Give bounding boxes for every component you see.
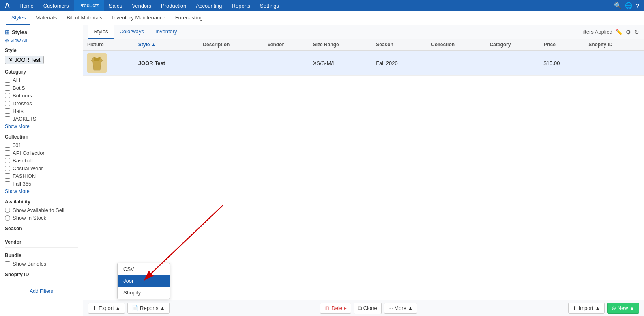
content-tabs: Styles Colorways Inventory Filters Appli… [83, 25, 644, 39]
sidebar: ⊞ Styles ⊕ View All Style ✕ JOOR Test Ca… [0, 25, 83, 316]
edit-filter-icon[interactable]: ✏️ [616, 29, 623, 35]
cell-collection [427, 51, 485, 76]
subnav-materials[interactable]: Materials [30, 11, 62, 25]
filter-tag-remove[interactable]: ✕ [9, 57, 13, 63]
collection-001[interactable]: 001 [5, 142, 78, 148]
product-thumbnail [87, 53, 107, 73]
category-bots[interactable]: Bot'S [5, 85, 78, 91]
collection-baseball[interactable]: Baseball [5, 158, 78, 164]
col-category: Category [485, 39, 539, 51]
nav-customers[interactable]: Customers [39, 0, 74, 11]
svg-point-7 [97, 66, 97, 67]
bottom-toolbar: ⬆ Export ▲ 📄 Reports ▲ 🗑 Delete ⧉ Clone [83, 300, 644, 316]
availability-instock[interactable]: Show In Stock [5, 215, 78, 221]
sidebar-title: ⊞ Styles [5, 29, 78, 35]
col-season: Season [372, 39, 427, 51]
collection-filter-group: Collection 001 API Collection Baseball C… [5, 134, 78, 194]
category-dresses[interactable]: Dresses [5, 100, 78, 106]
category-show-more[interactable]: Show More [5, 123, 78, 129]
clone-button[interactable]: ⧉ Clone [354, 303, 382, 314]
dropdown-shopify[interactable]: Shopify [118, 287, 170, 299]
bundle-filter-group: Bundle Show Bundles [5, 253, 78, 267]
sub-nav: Styles Materials Bill of Materials Inven… [0, 11, 644, 25]
svg-point-5 [97, 62, 97, 63]
settings-filter-icon[interactable]: ⚙ [626, 29, 631, 35]
style-filter-tag[interactable]: ✕ JOOR Test [5, 56, 44, 64]
refresh-icon[interactable]: ↻ [634, 29, 639, 35]
cell-price: $15.00 [540, 51, 585, 76]
col-price: Price [540, 39, 585, 51]
collection-casual[interactable]: Casual Wear [5, 165, 78, 171]
reports-button[interactable]: 📄 Reports ▲ [127, 303, 170, 314]
reports-dropdown: CSV Joor Shopify [117, 263, 170, 299]
bundle-show[interactable]: Show Bundles [5, 261, 78, 267]
view-all-link[interactable]: ⊕ View All [5, 38, 78, 43]
category-all[interactable]: ALL [5, 77, 78, 83]
nav-home[interactable]: Home [15, 0, 39, 11]
col-size-range: Size Range [309, 39, 372, 51]
season-filter-label: Season [5, 226, 78, 232]
col-style[interactable]: Style ▲ [134, 39, 199, 51]
cell-description [199, 51, 263, 76]
cell-season: Fall 2020 [372, 51, 427, 76]
subnav-forecasting[interactable]: Forecasting [170, 11, 208, 25]
category-bottoms[interactable]: Bottoms [5, 93, 78, 99]
more-button[interactable]: ··· More ▲ [384, 303, 418, 314]
shopifyid-filter-label: Shopify ID [5, 272, 78, 277]
col-vendor: Vendor [263, 39, 309, 51]
collection-api[interactable]: API Collection [5, 150, 78, 156]
vendor-filter-group: Vendor [5, 239, 78, 248]
export-button[interactable]: ⬆ Export ▲ [88, 303, 125, 314]
collection-filter-label: Collection [5, 134, 78, 140]
category-jackets[interactable]: JACKETS [5, 116, 78, 122]
globe-icon[interactable]: 🌐 [625, 2, 633, 9]
availability-filter-group: Availability Show Available to Sell Show… [5, 199, 78, 221]
cell-vendor [263, 51, 309, 76]
table-row[interactable]: JOOR Test XS/S-M/L Fall 2020 $15.00 [83, 51, 644, 76]
col-collection: Collection [427, 39, 485, 51]
nav-settings[interactable]: Settings [255, 0, 284, 11]
import-button[interactable]: ⬆ Import ▲ [568, 303, 605, 314]
top-nav: A Home Customers Products Sales Vendors … [0, 0, 644, 11]
shopifyid-filter-group: Shopify ID [5, 272, 78, 280]
collection-show-more[interactable]: Show More [5, 188, 78, 194]
col-shopify-id: Shopify ID [584, 39, 644, 51]
clone-icon: ⧉ [358, 305, 362, 312]
nav-vendors[interactable]: Vendors [127, 0, 156, 11]
search-icon[interactable]: 🔍 [614, 2, 622, 9]
subnav-styles[interactable]: Styles [6, 11, 30, 25]
dropdown-joor[interactable]: Joor [118, 275, 170, 287]
collection-fall365[interactable]: Fall 365 [5, 181, 78, 187]
col-description: Description [199, 39, 263, 51]
tab-colorways[interactable]: Colorways [114, 25, 150, 39]
import-icon: ⬆ [573, 305, 577, 311]
nav-production[interactable]: Production [156, 0, 191, 11]
collection-fashion[interactable]: FASHION [5, 173, 78, 179]
delete-button[interactable]: 🗑 Delete [320, 303, 351, 314]
nav-accounting[interactable]: Accounting [191, 0, 227, 11]
tab-inventory[interactable]: Inventory [150, 25, 182, 39]
tab-styles[interactable]: Styles [88, 25, 114, 39]
filters-applied: Filters Applied ✏️ ⚙ ↻ [579, 29, 639, 35]
category-hats[interactable]: Hats [5, 108, 78, 114]
new-button[interactable]: ⊕ New ▲ [607, 303, 639, 314]
cell-style: JOOR Test [134, 51, 199, 76]
subnav-bom[interactable]: Bill of Materials [62, 11, 107, 25]
subnav-inventory-maintenance[interactable]: Inventory Maintenance [107, 11, 170, 25]
nav-sales[interactable]: Sales [104, 0, 127, 11]
style-filter-group: Style ✕ JOOR Test [5, 48, 78, 64]
dropdown-csv[interactable]: CSV [118, 263, 170, 275]
style-filter-label: Style [5, 48, 78, 53]
cell-shopify-id [584, 51, 644, 76]
jacket-svg [89, 55, 105, 71]
delete-icon: 🗑 [324, 305, 330, 311]
add-filters-link[interactable]: Add Filters [5, 285, 78, 294]
table-container: Picture Style ▲ Description Vendor Size … [83, 39, 644, 300]
help-icon[interactable]: ? [636, 2, 639, 9]
nav-reports[interactable]: Reports [227, 0, 255, 11]
availability-available[interactable]: Show Available to Sell [5, 207, 78, 213]
bundle-filter-label: Bundle [5, 253, 78, 258]
category-filter-group: Category ALL Bot'S Bottoms Dresses Hats … [5, 69, 78, 129]
category-filter-label: Category [5, 69, 78, 75]
nav-products[interactable]: Products [74, 0, 104, 11]
